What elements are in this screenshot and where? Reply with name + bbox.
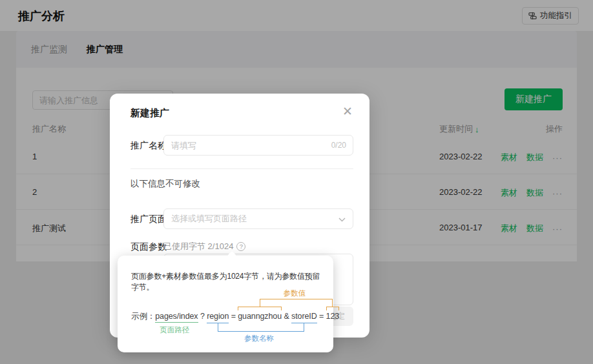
param-value-label: 参数值 bbox=[284, 288, 306, 298]
example-prefix: 示例： bbox=[131, 312, 155, 321]
char-counter: 0/20 bbox=[331, 141, 346, 150]
example-page-path: pages/index bbox=[155, 312, 198, 321]
close-icon[interactable]: ✕ bbox=[340, 104, 355, 119]
promotion-name-label: 推广名称 bbox=[130, 135, 167, 156]
immutable-note: 以下信息不可修改 bbox=[130, 178, 200, 190]
example-ampersand: & bbox=[282, 312, 291, 321]
value1-bracket bbox=[238, 307, 282, 310]
tooltip-example: 示例：pages/index ? region = guanngzhou & s… bbox=[131, 311, 339, 322]
param-name-label: 参数名称 bbox=[244, 334, 274, 343]
promotion-analysis-page: 推广分析 功能指引 推广监测 推广管理 新建推广 推广名称 更新时间 ↓ bbox=[0, 0, 593, 364]
modal-title: 新建推广 bbox=[130, 107, 169, 119]
page-params-label: 页面参数 bbox=[130, 236, 167, 257]
page-path-label: 页面路径 bbox=[160, 325, 189, 335]
promotion-page-select[interactable]: 选择或填写页面路径 bbox=[163, 208, 353, 229]
example-param2: storeID bbox=[291, 312, 317, 321]
chevron-down-icon bbox=[338, 213, 346, 225]
value2-bracket bbox=[326, 307, 340, 310]
example-equals1: = bbox=[229, 312, 238, 321]
page-path-underline bbox=[155, 322, 198, 323]
example-value1: guanngzhou bbox=[238, 312, 282, 321]
promotion-name-input[interactable] bbox=[164, 136, 353, 155]
promotion-page-label: 推广页面 bbox=[130, 208, 167, 229]
example-equals2: = bbox=[317, 312, 326, 321]
help-icon[interactable]: ? bbox=[236, 242, 245, 251]
promotion-name-field-box: 0/20 bbox=[163, 135, 353, 156]
example-question-mark: ? bbox=[198, 312, 207, 321]
promotion-page-placeholder: 选择或填写页面路径 bbox=[164, 213, 338, 225]
example-param1: region bbox=[207, 312, 229, 321]
divider bbox=[130, 168, 353, 169]
example-value2: 123 bbox=[326, 312, 340, 321]
params-tooltip: 页面参数+素材参数值最多为1024字节，请为参数值预留字节。 示例：pages/… bbox=[118, 256, 333, 352]
value-connector bbox=[260, 299, 333, 307]
param-name-bracket bbox=[218, 323, 304, 332]
